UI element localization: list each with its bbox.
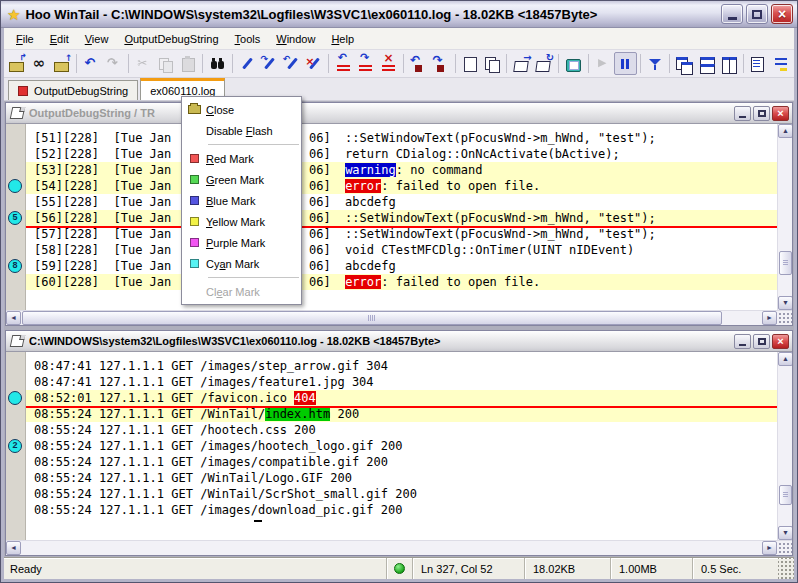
prev-marked-line-button[interactable] <box>332 52 354 75</box>
log-line-tail: 06] void CTestMFCDlg::OnTimer(UINT nIDEv… <box>309 242 634 258</box>
tab-outputdebugstring[interactable]: OutputDebugString <box>8 80 138 100</box>
next-marked-line-button[interactable] <box>355 52 377 75</box>
log-line[interactable]: [53][228] [Tue Jan06] warning: no comman… <box>26 162 777 178</box>
context-item-disable-flash[interactable]: Disable Flash <box>182 120 301 141</box>
context-item-yellow-mark[interactable]: Yellow Mark <box>182 211 301 232</box>
log-line[interactable]: 08:52:01 127.1.1.1 GET /favicon.ico 404 <box>26 390 777 406</box>
pane-minimize-button[interactable] <box>734 106 751 121</box>
log-line[interactable]: 08:55:24 127.1.1.1 GET /images/hootech_l… <box>26 438 777 454</box>
log-line[interactable]: [51][228] [Tue Jan06] ::SetWindowText(pF… <box>26 130 777 146</box>
close-file-button[interactable] <box>51 52 73 75</box>
next-highlight-button[interactable] <box>258 52 280 75</box>
log-line[interactable]: [59][228] [Tue Jan06] abcdefg <box>26 258 777 274</box>
new-window-button[interactable] <box>459 52 481 75</box>
customize-button[interactable] <box>770 52 792 75</box>
filter-button[interactable] <box>644 52 666 75</box>
scroll-up-button[interactable]: ▲ <box>778 352 792 366</box>
context-item-cyan-mark[interactable]: Cyan Mark <box>182 253 301 274</box>
scroll-down-button[interactable]: ▼ <box>778 526 792 540</box>
view-file-button[interactable] <box>28 52 50 75</box>
cascade-windows-button[interactable] <box>673 52 695 75</box>
minimize-button[interactable] <box>721 4 743 24</box>
log-line-tail: 06] error: failed to open file. <box>309 178 540 194</box>
pane-maximize-button[interactable] <box>753 334 770 349</box>
tile-horizontal-button[interactable] <box>695 52 717 75</box>
mark-color-cell <box>182 259 206 268</box>
prev-highlight-button[interactable] <box>281 52 303 75</box>
toolbar-separator <box>743 54 744 73</box>
menu-item-edit[interactable]: Edit <box>42 30 77 48</box>
properties-button[interactable] <box>747 52 769 75</box>
log-line[interactable]: [56][228] [Tue Jan06] ::SetWindowText(pF… <box>26 210 777 226</box>
window-list-button[interactable] <box>481 52 503 75</box>
log-line[interactable]: [54][228] [Tue Jan06] error: failed to o… <box>26 178 777 194</box>
cut-icon <box>134 56 152 72</box>
notepad-button[interactable] <box>562 52 584 75</box>
pane-minimize-button[interactable] <box>734 334 751 349</box>
close-icon: × <box>777 108 783 119</box>
find-button[interactable] <box>206 52 228 75</box>
log-line[interactable]: 08:55:24 127.1.1.1 GET /WinTail/Logo.GIF… <box>26 470 777 486</box>
maximize-button[interactable] <box>746 4 768 24</box>
prev-bookmark-button[interactable] <box>407 52 429 75</box>
scroll-track <box>21 311 762 325</box>
menu-item-tools[interactable]: Tools <box>227 30 269 48</box>
output-debug-pane-titlebar: OutputDebugString / TR × <box>6 103 792 124</box>
close-button[interactable]: × <box>771 4 793 24</box>
scroll-right-button[interactable]: ► <box>762 311 777 325</box>
context-item-green-mark[interactable]: Green Mark <box>182 169 301 190</box>
send-book-button[interactable] <box>510 52 532 75</box>
menu-item-view[interactable]: View <box>77 30 117 48</box>
log-line[interactable]: [58][228] [Tue Jan06] void CTestMFCDlg::… <box>26 242 777 258</box>
context-item-blue-mark[interactable]: Blue Mark <box>182 190 301 211</box>
pane-maximize-button[interactable] <box>753 106 770 121</box>
menu-item-window[interactable]: Window <box>268 30 323 48</box>
scroll-thumb[interactable] <box>779 485 792 505</box>
log-line[interactable]: 08:47:41 127.1.1.1 GET /images/feature1.… <box>26 374 777 390</box>
menu-item-outputdebugstring[interactable]: OutputDebugString <box>116 30 226 48</box>
pane-close-button[interactable]: × <box>772 106 789 121</box>
scroll-thumb[interactable] <box>22 311 722 325</box>
log-line[interactable]: [57][228] [Tue Jan06] ::SetWindowText(pF… <box>26 226 777 242</box>
mark-color-icon <box>190 196 199 205</box>
log-line[interactable]: 08:55:24 127.1.1.1 GET /WinTail/index.ht… <box>26 406 777 422</box>
log-line[interactable]: 08:55:24 127.1.1.1 GET /WinTail/ScrShot_… <box>26 486 777 502</box>
menu-item-help[interactable]: Help <box>323 30 362 48</box>
highlight-button[interactable] <box>236 52 258 75</box>
log-line-tail: 06] return CDialog::OnNcActivate(bActive… <box>309 146 620 162</box>
scroll-down-button[interactable]: ▼ <box>778 296 792 310</box>
scroll-left-button[interactable]: ◄ <box>6 311 21 325</box>
scroll-up-button[interactable]: ▲ <box>778 124 792 138</box>
horizontal-scrollbar: ◄ ► <box>6 310 792 325</box>
context-item-red-mark[interactable]: Red Mark <box>182 148 301 169</box>
error-highlight: error <box>345 275 381 289</box>
scroll-left-button[interactable]: ◄ <box>6 541 21 555</box>
menu-item-file[interactable]: File <box>8 30 42 48</box>
log-line[interactable]: [52][228] [Tue Jan06] return CDialog::On… <box>26 146 777 162</box>
mark-color-cell <box>182 154 206 163</box>
clear-highlight-button[interactable] <box>303 52 325 75</box>
window-list-icon <box>483 56 501 72</box>
undo-button[interactable] <box>80 52 102 75</box>
log-line[interactable]: [55][228] [Tue Jan06] abcdefg <box>26 194 777 210</box>
open-file-button[interactable] <box>6 52 28 75</box>
reload-book-button[interactable] <box>533 52 555 75</box>
output-debug-pane: OutputDebugString / TR × 58 [51][228] [T… <box>5 102 793 326</box>
scroll-thumb[interactable] <box>779 251 792 275</box>
mark-color-icon <box>190 154 199 163</box>
context-item-purple-mark[interactable]: Purple Mark <box>182 232 301 253</box>
tile-vertical-button[interactable] <box>718 52 740 75</box>
next-bookmark-button[interactable] <box>429 52 451 75</box>
redo-button <box>103 52 125 75</box>
log-line[interactable]: 08:55:24 127.1.1.1 GET /hootech.css 200 <box>26 422 777 438</box>
pane-close-button[interactable]: × <box>772 334 789 349</box>
context-item-close[interactable]: Close <box>182 99 301 120</box>
scroll-right-button[interactable]: ► <box>762 541 777 555</box>
log-line[interactable]: [60][228] [Tue Jan06] error: failed to o… <box>26 274 777 290</box>
clear-marked-lines-button[interactable] <box>377 52 399 75</box>
log-line[interactable]: 08:47:41 127.1.1.1 GET /images/step_arro… <box>26 358 777 374</box>
log-line[interactable]: 08:55:24 127.1.1.1 GET /images/compatibl… <box>26 454 777 470</box>
pause-tail-icon <box>616 56 634 72</box>
log-line[interactable]: 08:55:24 127.1.1.1 GET /images/download_… <box>26 502 777 518</box>
pause-tail-button[interactable] <box>614 52 636 75</box>
